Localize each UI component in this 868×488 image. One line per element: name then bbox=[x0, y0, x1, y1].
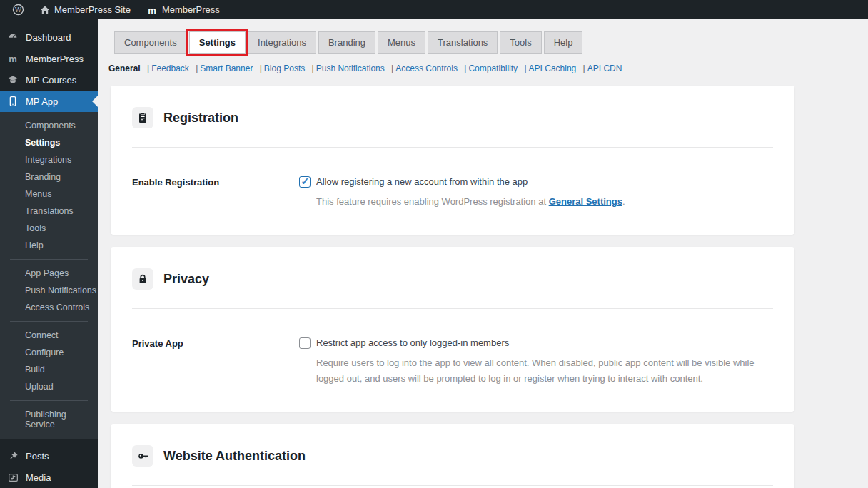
subnav-separator: | bbox=[260, 63, 262, 73]
subnav-api-cdn[interactable]: API CDN bbox=[587, 63, 622, 73]
setting-description: Require users to log into the app to vie… bbox=[316, 355, 773, 386]
sidebar-item-label: Posts bbox=[26, 451, 49, 462]
wordpress-logo-button[interactable]: W bbox=[6, 0, 31, 19]
setting-label: Enable Registration bbox=[132, 176, 299, 209]
tab-menus[interactable]: Menus bbox=[378, 31, 425, 54]
sidebar-item-label: MP Courses bbox=[26, 75, 76, 86]
tab-components[interactable]: Components bbox=[114, 31, 187, 54]
sidebar-item-dashboard[interactable]: Dashboard bbox=[0, 26, 98, 48]
general-settings-link[interactable]: General Settings bbox=[549, 196, 622, 207]
tab-integrations[interactable]: Integrations bbox=[248, 31, 316, 54]
sidebar-subitem-configure[interactable]: Configure bbox=[0, 344, 98, 361]
sidebar-subitem-help[interactable]: Help bbox=[0, 237, 98, 254]
sidebar-item-posts[interactable]: Posts bbox=[0, 445, 98, 467]
subnav-feedback[interactable]: Feedback bbox=[151, 63, 189, 73]
submenu-separator bbox=[10, 400, 88, 401]
description-text: . bbox=[622, 196, 625, 207]
sidebar-subitem-publishing-service[interactable]: Publishing Service bbox=[0, 406, 98, 433]
sidebar-subitem-tools[interactable]: Tools bbox=[0, 220, 98, 237]
settings-tab-bar: Components Settings Integrations Brandin… bbox=[114, 31, 868, 54]
sidebar-subitem-app-pages[interactable]: App Pages bbox=[0, 265, 98, 282]
tab-branding[interactable]: Branding bbox=[318, 31, 375, 54]
website-authentication-section: Website Authentication Require password … bbox=[111, 424, 794, 488]
lock-icon bbox=[132, 268, 153, 290]
subnav-smart-banner[interactable]: Smart Banner bbox=[200, 63, 253, 73]
subnav-blog-posts[interactable]: Blog Posts bbox=[264, 63, 305, 73]
subnav-api-caching[interactable]: API Caching bbox=[529, 63, 577, 73]
tab-tools[interactable]: Tools bbox=[500, 31, 541, 54]
checkbox-label[interactable]: Allow registering a new account from wit… bbox=[316, 176, 528, 187]
sidebar-item-label: MemberPress bbox=[26, 54, 84, 64]
graduation-cap-icon bbox=[6, 74, 19, 86]
admin-bar-site-name: MemberPress Site bbox=[54, 4, 131, 15]
home-icon bbox=[40, 5, 50, 15]
subnav-separator: | bbox=[147, 63, 149, 73]
subnav-general[interactable]: General bbox=[108, 63, 141, 73]
enable-registration-checkbox[interactable] bbox=[299, 176, 311, 188]
private-app-row: Private App Restrict app access to only … bbox=[132, 309, 773, 412]
sidebar-subitem-components[interactable]: Components bbox=[0, 117, 98, 134]
tab-help[interactable]: Help bbox=[544, 31, 583, 54]
key-icon bbox=[132, 445, 153, 467]
section-title: Privacy bbox=[163, 272, 209, 287]
subnav-separator: | bbox=[312, 63, 314, 73]
submenu-separator bbox=[10, 321, 88, 322]
svg-text:m: m bbox=[148, 4, 156, 15]
mp-app-submenu: Components Settings Integrations Brandin… bbox=[0, 112, 98, 439]
subnav-separator: | bbox=[524, 63, 526, 73]
wordpress-logo-icon: W bbox=[12, 4, 24, 16]
memberpress-logo-icon: m bbox=[146, 4, 158, 16]
sidebar-item-mp-app[interactable]: MP App bbox=[0, 91, 98, 112]
media-icon bbox=[6, 472, 19, 483]
subnav-separator: | bbox=[464, 63, 466, 73]
setting-description: This feature requires enabling WordPress… bbox=[316, 194, 773, 209]
sidebar-item-label: MP App bbox=[26, 96, 58, 107]
description-text: This feature requires enabling WordPress… bbox=[316, 196, 549, 207]
admin-bar-plugin-name: MemberPress bbox=[162, 4, 220, 15]
dashboard-icon bbox=[6, 31, 19, 43]
tab-translations[interactable]: Translations bbox=[428, 31, 498, 54]
sidebar-subitem-build[interactable]: Build bbox=[0, 361, 98, 378]
main-content: Components Settings Integrations Brandin… bbox=[98, 19, 868, 488]
sidebar-subitem-connect[interactable]: Connect bbox=[0, 327, 98, 344]
sidebar-item-memberpress[interactable]: m MemberPress bbox=[0, 48, 98, 69]
sidebar-item-mp-courses[interactable]: MP Courses bbox=[0, 69, 98, 91]
registration-section: Registration Enable Registration Allow r… bbox=[111, 86, 794, 235]
subnav-separator: | bbox=[196, 63, 198, 73]
smartphone-icon bbox=[6, 96, 19, 107]
section-title: Registration bbox=[163, 111, 238, 126]
admin-sidebar: Dashboard m MemberPress MP Courses bbox=[0, 19, 98, 488]
subnav-separator: | bbox=[583, 63, 585, 73]
sidebar-subitem-translations[interactable]: Translations bbox=[0, 203, 98, 220]
private-app-checkbox[interactable] bbox=[299, 337, 311, 349]
pushpin-icon bbox=[6, 451, 19, 462]
admin-bar-site-link[interactable]: MemberPress Site bbox=[34, 0, 137, 19]
subnav-push-notifications[interactable]: Push Notifications bbox=[316, 63, 385, 73]
sidebar-subitem-settings[interactable]: Settings bbox=[0, 134, 98, 151]
sidebar-subitem-menus[interactable]: Menus bbox=[0, 185, 98, 203]
submenu-separator bbox=[10, 259, 88, 260]
admin-bar-memberpress-link[interactable]: m MemberPress bbox=[140, 0, 226, 19]
checkbox-label[interactable]: Restrict app access to only logged-in me… bbox=[316, 337, 509, 348]
sidebar-subitem-upload[interactable]: Upload bbox=[0, 378, 98, 395]
subnav-compatibility[interactable]: Compatibility bbox=[468, 63, 518, 73]
sidebar-subitem-integrations[interactable]: Integrations bbox=[0, 151, 98, 168]
sidebar-subitem-push-notifications[interactable]: Push Notifications bbox=[0, 282, 98, 299]
enable-registration-row: Enable Registration Allow registering a … bbox=[132, 148, 773, 235]
setting-label: Private App bbox=[132, 337, 299, 386]
subnav-access-controls[interactable]: Access Controls bbox=[395, 63, 458, 73]
settings-subnav: General |Feedback |Smart Banner |Blog Po… bbox=[108, 63, 868, 73]
clipboard-icon bbox=[132, 107, 153, 128]
svg-text:W: W bbox=[15, 6, 22, 14]
sidebar-subitem-access-controls[interactable]: Access Controls bbox=[0, 299, 98, 316]
memberpress-m-icon: m bbox=[6, 53, 19, 64]
sidebar-item-label: Dashboard bbox=[26, 32, 71, 43]
sidebar-item-label: Media bbox=[26, 472, 51, 483]
subnav-separator: | bbox=[391, 63, 393, 73]
sidebar-subitem-branding[interactable]: Branding bbox=[0, 168, 98, 185]
admin-bar: W MemberPress Site m MemberPress bbox=[0, 0, 868, 19]
tab-settings[interactable]: Settings bbox=[189, 31, 246, 54]
sidebar-item-media[interactable]: Media bbox=[0, 467, 98, 488]
privacy-section: Privacy Private App Restrict app access … bbox=[111, 247, 794, 412]
svg-text:m: m bbox=[9, 54, 17, 64]
